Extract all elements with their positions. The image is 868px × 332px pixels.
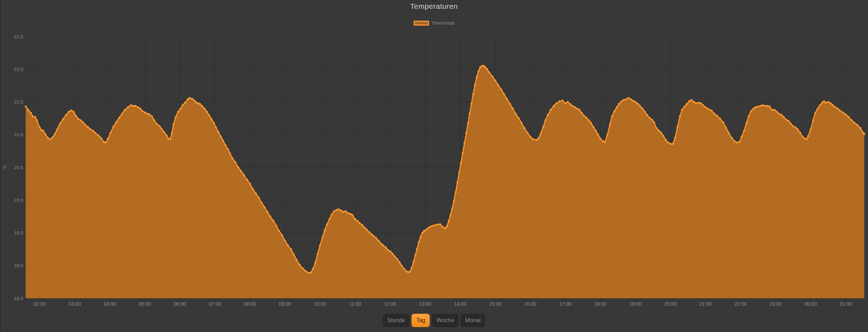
series-point — [646, 114, 648, 116]
series-point — [304, 270, 307, 272]
series-point — [97, 134, 99, 137]
series-point — [380, 243, 382, 245]
series-point — [389, 250, 391, 252]
series-point — [195, 102, 197, 104]
series-point — [458, 172, 460, 174]
series-point — [92, 130, 94, 132]
series-point — [547, 114, 549, 116]
series-point — [384, 246, 387, 248]
series-point — [315, 261, 317, 264]
series-area — [26, 66, 864, 298]
series-point — [193, 100, 196, 102]
series-point — [284, 240, 286, 242]
series-point — [333, 210, 335, 212]
series-point — [778, 113, 780, 115]
series-point — [804, 138, 806, 140]
series-point — [471, 103, 473, 105]
series-point — [115, 121, 117, 124]
temperature-chart[interactable]: 22.522.021.521.020.520.019.519.018.502:0… — [0, 0, 868, 332]
series-point — [399, 261, 401, 264]
series-point — [802, 136, 804, 138]
series-point — [672, 143, 674, 145]
series-point — [54, 133, 56, 135]
series-point — [322, 237, 324, 239]
series-point — [94, 132, 96, 134]
series-point — [446, 225, 448, 227]
series-point — [564, 102, 566, 104]
series-point — [825, 102, 827, 104]
series-point — [856, 124, 859, 126]
series-point — [561, 100, 564, 102]
series-point — [107, 138, 109, 140]
series-point — [444, 227, 446, 230]
series-point — [234, 161, 236, 163]
series-point — [812, 119, 814, 121]
series-point — [576, 107, 578, 109]
series-point — [854, 122, 856, 124]
series-point — [821, 102, 823, 104]
series-point — [795, 126, 797, 128]
series-point — [30, 112, 32, 114]
series-point — [705, 106, 707, 108]
series-point — [503, 93, 505, 95]
series-point — [206, 111, 208, 113]
series-point — [25, 106, 27, 108]
series-point — [40, 129, 42, 131]
series-point — [595, 130, 597, 132]
series-point — [159, 125, 161, 127]
range-button-tag[interactable]: Tag — [412, 314, 430, 327]
series-point — [644, 111, 646, 113]
series-point — [734, 140, 736, 142]
series-point — [736, 141, 738, 144]
series-point — [182, 104, 184, 106]
y-tick-label: 21.5 — [14, 99, 23, 105]
series-point — [760, 105, 762, 107]
series-point — [585, 117, 587, 119]
range-button-monat[interactable]: Monat — [461, 314, 485, 327]
series-point — [602, 140, 604, 142]
series-point — [750, 110, 752, 112]
series-point — [465, 132, 467, 134]
series-point — [52, 136, 54, 138]
series-point — [851, 119, 853, 121]
series-point — [583, 115, 585, 117]
series-point — [149, 113, 151, 115]
series-point — [191, 98, 193, 100]
series-point — [613, 110, 616, 112]
series-point — [653, 121, 655, 124]
series-point — [538, 138, 540, 140]
series-point — [790, 122, 792, 125]
series-point — [497, 84, 499, 86]
series-point — [49, 138, 51, 140]
series-point — [421, 232, 423, 234]
series-point — [308, 272, 310, 274]
series-point — [180, 107, 182, 109]
series-point — [39, 126, 41, 128]
series-point — [515, 113, 517, 115]
range-button-woche[interactable]: Woche — [432, 314, 459, 327]
series-point — [100, 137, 102, 139]
series-point — [430, 225, 432, 227]
series-point — [695, 102, 697, 104]
series-point — [357, 220, 359, 222]
series-point — [82, 121, 84, 124]
series-point — [237, 166, 239, 168]
series-point — [674, 137, 676, 139]
range-button-stunde[interactable]: Stunde — [383, 314, 410, 327]
series-point — [752, 107, 755, 109]
series-point — [449, 214, 452, 216]
series-point — [439, 224, 441, 226]
series-point — [45, 134, 47, 136]
series-point — [842, 112, 844, 114]
series-point — [42, 130, 44, 132]
series-point — [785, 119, 787, 121]
series-point — [227, 148, 229, 150]
series-point — [414, 254, 416, 256]
series-point — [406, 271, 408, 273]
series-point — [448, 220, 450, 222]
series-point — [848, 116, 850, 118]
series-point — [326, 224, 328, 226]
series-point — [420, 236, 422, 238]
x-tick-label: 13:00 — [419, 301, 431, 307]
y-tick-label: 22.0 — [14, 67, 23, 72]
